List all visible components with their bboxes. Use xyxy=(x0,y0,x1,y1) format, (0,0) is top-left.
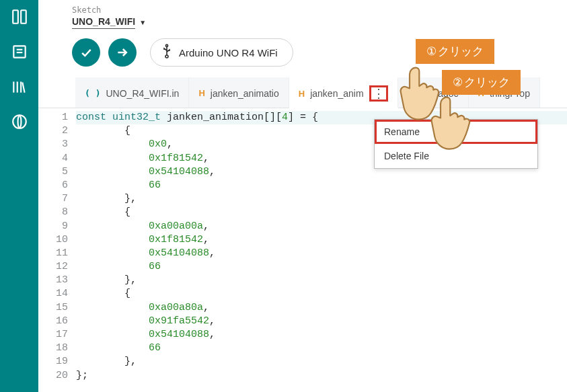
line-number: 10 xyxy=(38,233,68,247)
code-line[interactable]: 66 xyxy=(76,260,567,274)
tab-menu-button[interactable]: ⋮ xyxy=(369,85,388,102)
code-line[interactable]: 0xa00a00a, xyxy=(76,220,567,233)
iot-icon[interactable] xyxy=(11,113,28,130)
line-number: 6 xyxy=(38,179,68,192)
svg-rect-0 xyxy=(13,10,18,24)
tab-context-menu: Rename Delete File xyxy=(374,119,538,169)
project-selector[interactable]: UNO_R4_WIFI ▼ xyxy=(72,16,567,29)
line-number: 11 xyxy=(38,247,68,260)
code-line[interactable]: 0x91fa5542, xyxy=(76,315,567,328)
code-line[interactable]: }, xyxy=(76,274,567,287)
header: Sketch UNO_R4_WIFI ▼ xyxy=(38,0,567,38)
board-name: Arduino UNO R4 WiFi xyxy=(179,47,278,58)
line-number: 4 xyxy=(38,152,68,165)
line-number: 1 xyxy=(38,111,68,124)
line-number: 19 xyxy=(38,355,68,368)
libraries-icon[interactable] xyxy=(11,78,28,95)
menu-rename[interactable]: Rename xyxy=(375,120,537,144)
annotation-text: クリック xyxy=(464,75,510,90)
line-number: 15 xyxy=(38,301,68,315)
annotation-text: クリック xyxy=(438,44,484,59)
line-number: 14 xyxy=(38,287,68,301)
code-line[interactable]: 66 xyxy=(76,342,567,355)
line-number: 13 xyxy=(38,274,68,287)
verify-button[interactable] xyxy=(72,38,100,67)
line-number: 17 xyxy=(38,328,68,342)
file-ext-icon: ☰ xyxy=(408,88,416,98)
usb-icon xyxy=(161,44,172,61)
svg-point-7 xyxy=(165,44,167,46)
line-number: 2 xyxy=(38,124,68,138)
line-number: 18 xyxy=(38,342,68,355)
line-number: 3 xyxy=(38,138,68,151)
file-ext-icon: H xyxy=(299,89,305,99)
file-ext-icon: ( ) xyxy=(85,88,100,98)
code-line[interactable]: 0x1f81542, xyxy=(76,233,567,247)
tab-main-ino[interactable]: ( ) UNO_R4_WIFI.in xyxy=(75,77,189,108)
code-line[interactable]: { xyxy=(76,287,567,301)
code-line[interactable]: 0x54104088, xyxy=(76,328,567,342)
svg-point-5 xyxy=(13,115,26,128)
line-number: 5 xyxy=(38,165,68,179)
code-line[interactable]: }, xyxy=(76,355,567,368)
tab-label: UNO_R4_WIFI.in xyxy=(106,88,179,99)
tab-janken-anim-active[interactable]: H janken_anim ⋮ xyxy=(289,77,398,108)
line-number: 20 xyxy=(38,369,68,383)
breadcrumb: Sketch xyxy=(72,5,567,15)
line-number: 12 xyxy=(38,260,68,274)
code-line[interactable]: { xyxy=(76,206,567,219)
tab-label: janken_animatio xyxy=(211,88,279,99)
line-number: 7 xyxy=(38,192,68,206)
code-line[interactable]: 0xa00a80a, xyxy=(76,301,567,315)
chevron-down-icon: ▼ xyxy=(139,19,146,26)
annotation-number: ② xyxy=(453,75,463,89)
board-selector[interactable]: Arduino UNO R4 WiFi xyxy=(150,38,293,67)
annotation-callout-2: ② クリック xyxy=(442,70,521,95)
line-number: 16 xyxy=(38,315,68,328)
annotation-number: ① xyxy=(426,44,437,58)
svg-point-9 xyxy=(165,55,168,58)
line-number: 9 xyxy=(38,220,68,233)
svg-rect-1 xyxy=(21,10,26,24)
tab-label: janken_anim xyxy=(310,88,363,99)
upload-button[interactable] xyxy=(108,38,137,67)
file-ext-icon: H xyxy=(198,88,204,98)
line-gutter: 1234567891011121314151617181920 xyxy=(38,111,76,392)
menu-delete-file[interactable]: Delete File xyxy=(375,144,537,168)
code-line[interactable]: }; xyxy=(76,369,567,383)
project-name: UNO_R4_WIFI xyxy=(72,16,135,29)
code-line[interactable]: }, xyxy=(76,192,567,206)
sketchbook-icon[interactable] xyxy=(11,8,28,26)
line-number: 8 xyxy=(38,206,68,219)
annotation-callout-1: ① クリック xyxy=(416,39,494,64)
tab-janken-animation-h[interactable]: H janken_animatio xyxy=(189,77,289,108)
left-rail xyxy=(0,0,38,392)
examples-icon[interactable] xyxy=(11,43,28,61)
code-line[interactable]: 66 xyxy=(76,179,567,192)
code-line[interactable]: 0x54104088, xyxy=(76,247,567,260)
